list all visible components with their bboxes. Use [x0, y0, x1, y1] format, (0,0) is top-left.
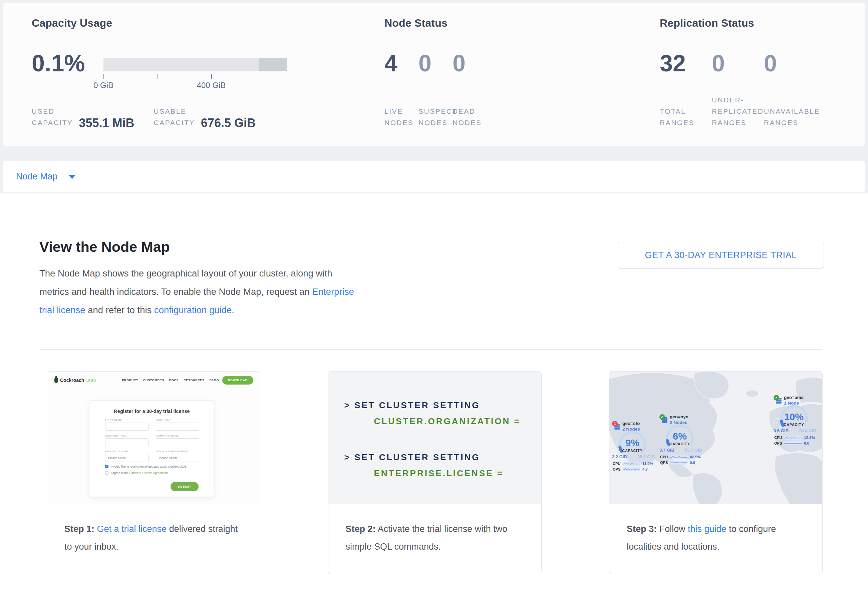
- caption-text: Follow: [657, 524, 688, 534]
- replication-status-title: Replication Status: [660, 17, 754, 29]
- metric-value: 32: [660, 50, 686, 77]
- step1-card: Cockroach LABS PRODUCTCUSTOMERSDOCSRESOU…: [47, 371, 260, 574]
- trial-license-form: Register for a 30-day trial license FIRS…: [90, 400, 214, 497]
- sparkline-chart: [784, 436, 802, 440]
- capacity-bar-chart: 0 GiB400 GiB: [103, 58, 287, 71]
- axis-tick: [267, 74, 267, 79]
- capacity-used-percent: 0.1%: [32, 52, 85, 75]
- view-selector-label: Node Map: [16, 171, 58, 182]
- form-field-label: COMPANY EMAIL: [156, 434, 199, 437]
- checkbox-text-part: I agree to the: [111, 471, 130, 475]
- qps-stat-row: QPS0.0: [774, 441, 818, 445]
- form-fields: FIRST NAMELAST NAMECOMPANY NAMECOMPANY E…: [90, 414, 214, 462]
- capacity-bar: [103, 58, 287, 71]
- capacity-total-value: 35.1 GiB: [638, 454, 655, 459]
- form-field-label: COMPANY NAME: [105, 434, 149, 437]
- capacity-used-value: 3.6 GiB: [774, 428, 788, 433]
- step3-node-map-preview: 1geo=sfo2 Nodes9%CAPACITY3.2 GiB35.1 GiB…: [610, 372, 822, 504]
- svg-text:6%: 6%: [673, 431, 687, 441]
- mini-nav-item: CUSTOMERS: [143, 378, 164, 382]
- node-status-values: 400: [384, 52, 487, 75]
- sql-setting-name: ENTERPRISE.LICENSE =: [374, 468, 503, 478]
- inline-link[interactable]: this guide: [688, 524, 726, 534]
- sql-command-line: > SET CLUSTER SETTING: [344, 400, 480, 411]
- capacity-gauge: 9%CAPACITY: [614, 430, 651, 456]
- metric-label: SUSPECTNODES: [418, 106, 453, 128]
- step2-sql-commands: > SET CLUSTER SETTINGCLUSTER.ORGANIZATIO…: [328, 372, 541, 504]
- capacity-total-value: 65.7 GiB: [685, 447, 702, 453]
- capacity-metric: USABLECAPACITY676.5 GiB: [154, 106, 275, 128]
- sparkline-chart: [784, 441, 802, 445]
- metric-value: 0: [764, 50, 777, 77]
- sql-command-line: > SET CLUSTER SETTING: [344, 452, 480, 463]
- axis-tick: [103, 74, 104, 79]
- checkbox-text-part: I would like to receive email updates ab…: [111, 465, 187, 468]
- cpu-value: 42.5%: [690, 455, 701, 459]
- cpu-value: 12.3%: [804, 436, 815, 440]
- metric-label: DEADNODES: [453, 106, 487, 128]
- form-field-label: PROJECT PHASE: [105, 450, 149, 453]
- metric-value: 0: [712, 50, 725, 77]
- qps-value: 0.0: [804, 441, 809, 445]
- replication-status-labels: TOTALRANGESUNDER-REPLICATEDRANGESUNAVAIL…: [660, 94, 816, 128]
- form-field: LAST NAME: [156, 419, 199, 431]
- mini-nav-item: DOCS: [169, 378, 179, 382]
- replication-status-values: 3200: [660, 52, 816, 75]
- metric-value-column: 0: [418, 52, 453, 75]
- section-divider: [39, 349, 822, 350]
- caption-step-label: Step 1:: [64, 524, 94, 534]
- enterprise-trial-button[interactable]: GET A 30-DAY ENTERPRISE TRIAL: [618, 242, 824, 268]
- mini-input: [105, 438, 149, 446]
- caret-down-icon: [68, 175, 76, 179]
- capacity-gauge: 6%CAPACITY: [661, 423, 698, 450]
- page-title: View the Node Map: [39, 239, 170, 255]
- status-error-icon: 1: [612, 421, 618, 427]
- metric-value-column: 0: [764, 52, 816, 75]
- node-map-placeholder-content: View the Node Map The Node Map shows the…: [0, 193, 868, 593]
- node-status-title: Node Status: [384, 17, 447, 29]
- mini-download-button: DOWNLOAD: [222, 376, 253, 384]
- form-field: COMPANY EMAIL: [156, 434, 199, 446]
- node-status-section: Node Status 400 LIVENODESSUSPECTNODESDEA…: [384, 3, 638, 146]
- view-selector-dropdown[interactable]: Node Map: [3, 161, 865, 192]
- capacity-metric-value: 355.1 MiB: [79, 117, 134, 129]
- inline-link[interactable]: configuration guide: [154, 305, 232, 315]
- checkbox-icon: [105, 465, 108, 468]
- brand-name: Cockroach: [60, 378, 84, 383]
- inline-link[interactable]: Get a trial license: [97, 524, 167, 534]
- step2-caption: Step 2: Activate the trial license with …: [328, 504, 541, 556]
- form-field: PROJECT PHASEPlease Select: [105, 450, 149, 462]
- form-field-label: LAST NAME: [156, 419, 199, 422]
- metric-label: LIVENODES: [384, 106, 418, 128]
- form-checkbox-row: I agree to the Software License Agreemen…: [90, 471, 214, 475]
- svg-text:CAPACITY: CAPACITY: [784, 422, 804, 427]
- cpu-stat-row: CPU12.3%: [774, 436, 818, 440]
- caption-text: [94, 524, 97, 534]
- cluster-overview-page: Capacity Usage 0.1% 0 GiB400 GiB USEDCAP…: [0, 0, 868, 593]
- capacity-percent-row: 0.1%: [32, 52, 85, 75]
- metric-value-column: 4: [384, 52, 418, 75]
- cpu-stat-row: CPU42.5%: [660, 455, 704, 459]
- step3-caption: Step 3: Follow this guide to configure l…: [610, 504, 822, 556]
- cpu-stat-row: CPU11.0%: [613, 462, 656, 466]
- svg-text:10%: 10%: [784, 412, 804, 422]
- cockroach-logo-icon: [55, 378, 58, 383]
- capacity-metric: USEDCAPACITY355.1 MiB: [32, 106, 154, 128]
- capacity-used-value: 3.7 GiB: [660, 447, 675, 453]
- checkbox-text: I agree to the Software License Agreemen…: [111, 471, 168, 475]
- qps-stat-row: QPS0.0: [660, 461, 704, 465]
- locality-name: geo=ams: [784, 395, 804, 400]
- capacity-bar-usable-segment: [103, 58, 259, 71]
- capacity-range: 3.6 GiB34.4 GiB: [774, 428, 816, 433]
- cluster-summary-bar: Capacity Usage 0.1% 0 GiB400 GiB USEDCAP…: [3, 3, 865, 146]
- capacity-gauge: 10%CAPACITY: [775, 403, 812, 430]
- capacity-metric-value: 676.5 GiB: [201, 117, 255, 129]
- mini-select: Please Select: [105, 454, 149, 462]
- form-field: COMPANY NAME: [105, 434, 149, 446]
- qps-label: QPS: [613, 467, 623, 471]
- capacity-usage-title: Capacity Usage: [32, 17, 112, 29]
- step2-card: > SET CLUSTER SETTINGCLUSTER.ORGANIZATIO…: [328, 371, 542, 574]
- mini-license-link: Software License Agreement: [130, 471, 168, 475]
- metric-value: 4: [384, 50, 397, 77]
- form-field: FIRST NAME: [105, 419, 149, 431]
